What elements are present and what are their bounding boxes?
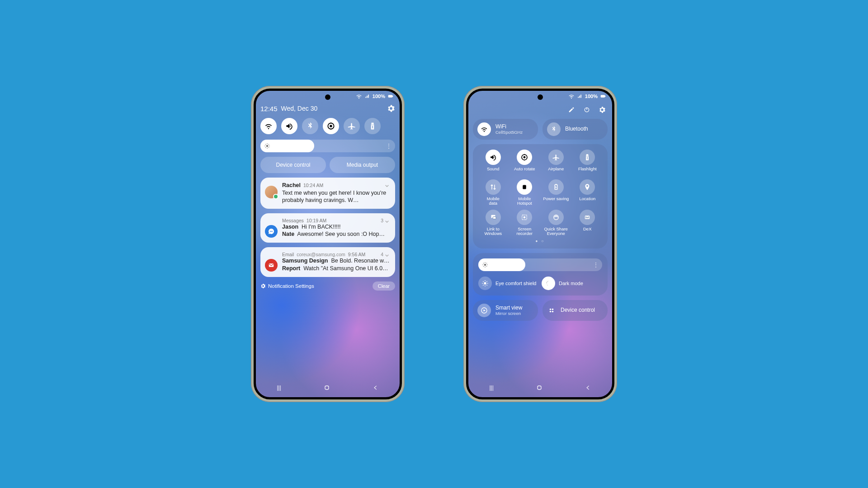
rotate-icon <box>326 122 335 131</box>
notif-time: 10:19 AM <box>307 218 326 223</box>
qs-label: DeX <box>583 227 591 236</box>
power-icon <box>583 106 590 113</box>
battery-percent: 100% <box>585 94 598 99</box>
chevron-down-icon <box>383 252 391 259</box>
nav-home[interactable] <box>536 384 543 391</box>
qs-label: Location <box>579 197 595 206</box>
notification-settings-link[interactable]: Notification Settings <box>260 283 314 289</box>
signal-status-icon <box>577 93 583 99</box>
flashlight-toggle[interactable] <box>364 118 381 134</box>
flashlight-icon <box>368 122 377 131</box>
eye-comfort-toggle[interactable]: Eye comfort shield <box>478 277 539 290</box>
email-icon <box>267 261 275 269</box>
expand-button[interactable] <box>383 182 391 189</box>
qs-label: Link toWindows <box>484 227 502 236</box>
qs-sound[interactable]: Sound <box>478 150 508 176</box>
wifi-toggle[interactable] <box>260 118 277 134</box>
device-control-pill[interactable]: Device control <box>542 300 608 321</box>
gear-icon <box>599 106 606 113</box>
notif-app: Email <box>282 252 294 257</box>
brightness-icon <box>481 280 489 287</box>
wifi-icon <box>264 122 273 131</box>
chevron-down-icon <box>383 218 391 225</box>
sound-toggle[interactable] <box>281 118 297 134</box>
loc-icon <box>583 183 591 191</box>
qs-label: Screenrecorder <box>517 227 533 236</box>
nav-back[interactable] <box>585 385 591 391</box>
notif-time: 10:24 AM <box>303 183 323 188</box>
hotspot-icon <box>520 183 528 191</box>
device-control-label: Device control <box>561 307 595 313</box>
bluetooth-pill[interactable]: Bluetooth <box>542 119 608 140</box>
settings-button[interactable] <box>387 104 395 113</box>
power-button[interactable] <box>583 106 590 113</box>
signal-status-icon <box>364 93 371 99</box>
airplane-icon <box>347 122 356 131</box>
qs-link[interactable]: Link toWindows <box>478 210 508 236</box>
shade-header: 12:45 Wed, Dec 30 <box>260 104 395 113</box>
brightness-more-button[interactable]: ⋮ <box>386 143 392 149</box>
airplane-toggle[interactable] <box>344 118 360 134</box>
qs-flash[interactable]: Flashlight <box>573 150 603 176</box>
nav-recents[interactable]: ||| <box>277 385 281 391</box>
qs-data[interactable]: Mobiledata <box>478 179 508 206</box>
expand-button[interactable] <box>383 252 391 259</box>
qs-airplane[interactable]: Airplane <box>541 150 571 176</box>
wifi-pill[interactable]: WiFi CellSpot5GHz <box>473 119 538 140</box>
nav-recents[interactable]: ||| <box>489 385 493 391</box>
brightness-icon <box>264 143 270 149</box>
qs-share[interactable]: Quick ShareEveryone <box>541 210 571 236</box>
bluetooth-toggle[interactable] <box>302 118 318 134</box>
clear-label: Clear <box>378 283 390 289</box>
notification-card[interactable]: Messages 10:19 AM 3 Jason Hi I'm BACK!!!… <box>260 213 395 243</box>
media-output-chip[interactable]: Media output <box>330 157 395 173</box>
qs-psave[interactable]: Power saving <box>541 179 571 206</box>
rotate-toggle[interactable] <box>323 118 339 134</box>
expand-button[interactable] <box>383 218 391 225</box>
wifi-icon <box>480 125 488 133</box>
dark-mode-toggle[interactable]: Dark mode <box>542 277 602 290</box>
brightness-more-button[interactable]: ⋮ <box>593 262 599 268</box>
notif-time: 9:56 AM <box>348 252 366 257</box>
notification-card[interactable]: Email coreux@samsung.com 9:56 AM 4 Samsu… <box>260 247 395 277</box>
camera-hole <box>325 94 330 100</box>
dark-mode-label: Dark mode <box>559 281 583 286</box>
phone-left: 100% 12:45 Wed, Dec 30 <box>251 86 405 402</box>
device-control-chip[interactable]: Device control <box>260 157 326 173</box>
settings-button[interactable] <box>599 106 606 113</box>
smart-view-label: Smart view <box>495 305 522 311</box>
brightness-slider[interactable]: ⋮ <box>478 258 602 271</box>
notification-card[interactable]: Rachel 10:24 AM Text me when you get her… <box>260 178 395 209</box>
edit-button[interactable] <box>568 106 575 113</box>
sound-icon <box>285 122 294 131</box>
brightness-slider[interactable]: ⋮ <box>260 140 395 152</box>
app-icon <box>265 225 278 238</box>
qs-hotspot[interactable]: MobileHotspot <box>510 179 540 206</box>
qs-panel: Sound Auto rotate Airplane Flashlight Mo… <box>473 144 608 249</box>
qs-label: Power saving <box>543 197 569 206</box>
cast-icon <box>480 306 488 314</box>
qs-label: Flashlight <box>578 167 597 176</box>
rec-icon <box>520 213 528 221</box>
bluetooth-icon <box>550 126 557 133</box>
qs-loc[interactable]: Location <box>573 179 603 206</box>
notif-line: Report Watch "At Samsung One UI 6.0… <box>282 265 390 272</box>
notif-line: Samsung Design Be Bold. Resonate w… <box>282 257 390 265</box>
screen-notifications: 100% 12:45 Wed, Dec 30 <box>254 89 402 399</box>
clear-button[interactable]: Clear <box>373 282 395 291</box>
quick-toggle-row <box>260 118 395 134</box>
qs-label: MobileHotspot <box>517 197 532 206</box>
presence-badge-icon <box>273 194 278 199</box>
nav-home[interactable] <box>323 384 330 391</box>
qs-label: Mobiledata <box>487 197 500 206</box>
notif-email-addr: coreux@samsung.com <box>297 252 345 257</box>
smart-view-pill[interactable]: Smart view Mirror screen <box>473 300 538 321</box>
chevron-down-icon <box>383 182 391 189</box>
nav-back[interactable] <box>373 385 379 391</box>
page-indicator: ● ○ <box>478 239 602 243</box>
qs-rec[interactable]: Screenrecorder <box>510 210 540 236</box>
nav-bar: ||| <box>256 382 400 394</box>
qs-label: Auto rotate <box>514 167 535 176</box>
qs-rotate[interactable]: Auto rotate <box>510 150 540 176</box>
qs-dex[interactable]: DeX <box>573 210 603 236</box>
